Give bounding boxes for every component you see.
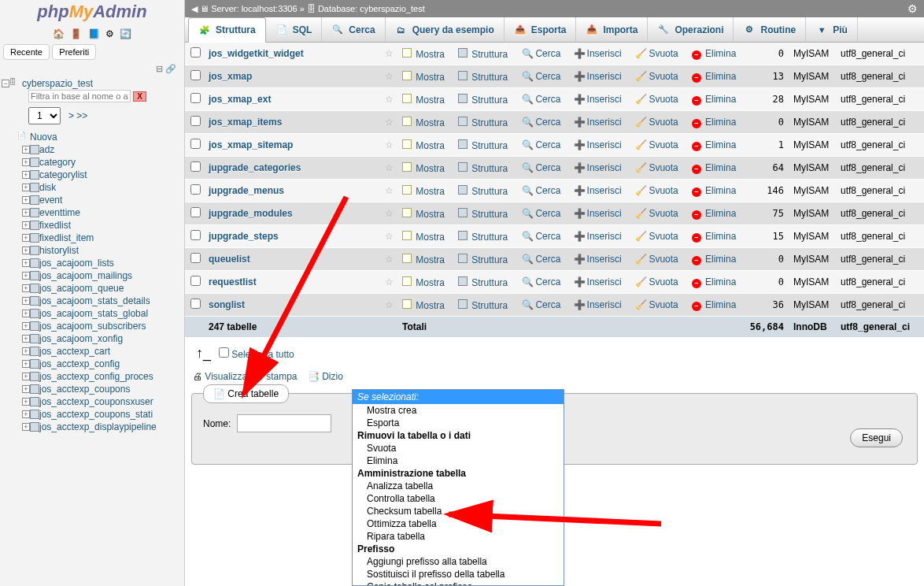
dd-item[interactable]: Copia tabella col prefisso <box>353 580 564 586</box>
select-all-checkbox[interactable] <box>219 347 229 358</box>
browse-link[interactable]: Mostra <box>416 72 445 83</box>
tree-table-link[interactable]: jos_acajoom_subscribers <box>39 321 146 332</box>
search-link[interactable]: Cerca <box>535 185 560 196</box>
dd-item[interactable]: Ottimizza tabella <box>353 517 564 530</box>
expand-icon[interactable]: + <box>22 385 30 393</box>
table-name-link[interactable]: queuelist <box>209 254 250 265</box>
tree-table-link[interactable]: jos_acctexp_displaypipeline <box>39 421 157 432</box>
favorite-icon[interactable]: ☆ <box>385 276 394 287</box>
dd-item[interactable]: Controlla tabella <box>353 492 564 505</box>
search-link[interactable]: Cerca <box>535 139 560 150</box>
execute-button[interactable]: Esegui <box>850 428 903 447</box>
empty-link[interactable]: Svuota <box>649 185 678 196</box>
row-checkbox[interactable] <box>190 253 201 263</box>
delete-link[interactable]: Elimina <box>705 139 736 150</box>
insert-link[interactable]: Inserisci <box>587 299 622 310</box>
expand-icon[interactable]: + <box>22 196 30 204</box>
print-link[interactable]: Visualizza per stampa <box>205 371 297 382</box>
favorite-icon[interactable]: ☆ <box>385 94 394 105</box>
expand-icon[interactable]: + <box>22 158 30 166</box>
dd-item[interactable]: Esporta <box>353 417 564 429</box>
new-table-link[interactable]: Nuova <box>30 132 57 143</box>
empty-link[interactable]: Svuota <box>649 71 678 82</box>
insert-link[interactable]: Inserisci <box>587 94 622 105</box>
favorite-icon[interactable]: ☆ <box>385 48 394 59</box>
favorite-icon[interactable]: ☆ <box>385 208 394 219</box>
structure-link[interactable]: Struttura <box>471 300 508 311</box>
collapse-db-icon[interactable]: − <box>2 80 9 87</box>
dd-item[interactable]: Aggiungi prefisso alla tabella <box>353 555 564 568</box>
favorites-tab[interactable]: Preferiti <box>52 44 96 60</box>
favorite-icon[interactable]: ☆ <box>385 117 394 128</box>
empty-link[interactable]: Svuota <box>649 231 678 242</box>
structure-link[interactable]: Struttura <box>471 254 508 265</box>
delete-link[interactable]: Elimina <box>705 254 736 265</box>
expand-icon[interactable]: + <box>22 373 30 380</box>
structure-link[interactable]: Struttura <box>471 140 508 151</box>
tree-table-item[interactable]: + jos_acctexp_config <box>2 358 184 370</box>
empty-link[interactable]: Svuota <box>649 48 678 59</box>
favorite-icon[interactable]: ☆ <box>385 299 394 310</box>
tree-table-link[interactable]: jos_acctexp_coupons_stati <box>39 409 153 420</box>
browse-link[interactable]: Mostra <box>416 117 445 128</box>
table-name-link[interactable]: requestlist <box>209 276 257 287</box>
tree-table-item[interactable]: + jos_acajoom_mailings <box>2 269 184 282</box>
dd-item[interactable]: Svuota <box>353 442 564 454</box>
tree-table-link[interactable]: fixedlist_item <box>39 232 94 243</box>
insert-link[interactable]: Inserisci <box>587 162 622 173</box>
tree-table-item[interactable]: + jos_acajoom_subscribers <box>2 320 184 332</box>
search-link[interactable]: Cerca <box>535 48 560 59</box>
tree-table-item[interactable]: + jos_acctexp_cart <box>2 345 184 358</box>
row-checkbox[interactable] <box>190 230 201 240</box>
row-checkbox[interactable] <box>190 139 201 149</box>
tab-operazioni[interactable]: 🔧Operazioni <box>648 17 734 42</box>
expand-icon[interactable]: + <box>22 297 30 305</box>
browse-link[interactable]: Mostra <box>416 300 445 311</box>
insert-link[interactable]: Inserisci <box>587 208 622 219</box>
empty-link[interactable]: Svuota <box>649 139 678 150</box>
docs-icon[interactable]: 📘 <box>88 28 100 39</box>
expand-icon[interactable]: + <box>22 247 30 254</box>
structure-link[interactable]: Struttura <box>471 209 508 220</box>
tree-table-link[interactable]: category <box>39 157 76 168</box>
tab-sql[interactable]: 📄SQL <box>266 17 323 42</box>
recent-tab[interactable]: Recente <box>3 44 50 60</box>
tab-query[interactable]: 🗂Query da esempio <box>386 17 505 42</box>
row-checkbox[interactable] <box>190 70 201 80</box>
tab-importa[interactable]: 📥Importa <box>576 17 648 42</box>
search-link[interactable]: Cerca <box>535 117 560 128</box>
dd-item[interactable]: Sostituisci il prefisso della tabella <box>353 568 564 580</box>
structure-link[interactable]: Struttura <box>471 49 508 60</box>
logo[interactable]: phpMyAdmin <box>0 0 184 25</box>
delete-link[interactable]: Elimina <box>705 94 736 105</box>
row-checkbox[interactable] <box>190 184 201 195</box>
browse-link[interactable]: Mostra <box>416 254 445 265</box>
expand-icon[interactable]: + <box>22 171 30 179</box>
settings-icon[interactable]: ⚙ <box>105 28 114 39</box>
tree-table-item[interactable]: + jos_acajoom_stats_global <box>2 307 184 320</box>
expand-icon[interactable]: + <box>22 310 30 317</box>
tree-table-item[interactable]: + jos_acctexp_coupons_stati <box>2 408 184 421</box>
bc-server-link[interactable]: localhost:3306 <box>242 4 298 13</box>
empty-link[interactable]: Svuota <box>649 117 678 128</box>
expand-icon[interactable]: + <box>22 234 30 242</box>
browse-link[interactable]: Mostra <box>416 140 445 151</box>
tree-table-item[interactable]: + category <box>2 156 184 169</box>
tree-page-next[interactable]: > >> <box>68 110 87 121</box>
browse-link[interactable]: Mostra <box>416 163 445 174</box>
expand-icon[interactable]: + <box>22 184 30 191</box>
delete-link[interactable]: Elimina <box>705 185 736 196</box>
tree-table-item[interactable]: + historylist <box>2 244 184 257</box>
tree-page-select[interactable]: 1 <box>28 107 61 124</box>
search-link[interactable]: Cerca <box>535 71 560 82</box>
reload-icon[interactable]: 🔄 <box>120 28 131 39</box>
tab-struttura[interactable]: 🧩Struttura <box>188 17 266 43</box>
favorite-icon[interactable]: ☆ <box>385 139 394 150</box>
expand-icon[interactable]: + <box>22 209 30 217</box>
tree-table-item[interactable]: + jos_acajoom_queue <box>2 282 184 295</box>
tree-table-link[interactable]: jos_acctexp_coupons <box>39 384 130 395</box>
expand-icon[interactable]: + <box>22 221 30 229</box>
table-name-link[interactable]: jos_xmap_items <box>209 117 282 128</box>
expand-icon[interactable]: + <box>22 284 30 292</box>
expand-icon[interactable]: + <box>22 347 30 355</box>
